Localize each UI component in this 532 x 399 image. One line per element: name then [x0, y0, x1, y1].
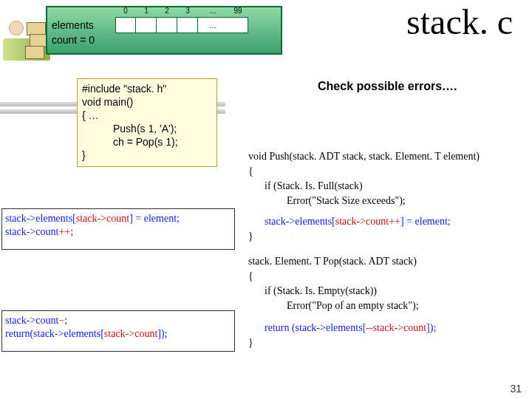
code-line: stack. Element. T Pop(stack. ADT stack) — [248, 254, 529, 269]
array-panel: 0 1 2 3 … 99 … elements count = 0 — [46, 6, 282, 55]
code-line: } — [248, 229, 529, 244]
array-cell-ellipsis: … — [198, 17, 228, 33]
array-index-last: 99 — [228, 7, 248, 16]
code-frag: stack->elements[ — [5, 213, 76, 224]
code-line: Error("Pop of an empty stack"); — [248, 299, 529, 313]
array-cells: … — [115, 17, 248, 33]
code-frag: return(stack->elements[ — [5, 328, 104, 339]
code-line: if (Stack. Is. Full(stack) — [248, 179, 529, 194]
code-frag: ; — [64, 315, 67, 326]
code-frag: ] = element; — [129, 213, 180, 224]
array-cell — [115, 17, 136, 33]
array-cell — [228, 17, 248, 33]
check-errors-heading: Check possible errors…. — [318, 80, 457, 93]
slide: 0 1 2 3 … 99 … elements count = 0 stack.… — [0, 0, 532, 399]
spacer — [248, 313, 529, 321]
code-line: } — [248, 335, 529, 350]
code-frag: ; — [70, 226, 73, 237]
array-cell — [177, 17, 198, 33]
pop-explain-box: stack->count−; return(stack->elements[st… — [1, 310, 235, 352]
code-line: } — [82, 149, 212, 162]
code-frag: ] = element; — [400, 216, 451, 227]
page-number: 31 — [510, 383, 522, 395]
code-frag: ++ — [58, 226, 70, 237]
code-frag: stack->count — [76, 213, 129, 224]
code-line: Error("Stack Size exceeds"); — [248, 194, 529, 208]
code-line: void main() — [82, 95, 212, 109]
array-index: 1 — [136, 7, 157, 16]
array-index: 3 — [177, 7, 198, 16]
page-title: stack. c — [406, 1, 513, 42]
array-cell — [157, 17, 177, 33]
array-index: 0 — [115, 7, 136, 16]
spacer — [248, 208, 529, 214]
code-line: Push(s 1, 'A'); — [82, 122, 212, 135]
code-frag: return (stack->elements[ — [265, 322, 366, 333]
code-line: { — [248, 164, 529, 179]
code-line: { — [248, 269, 529, 284]
code-line: ch = Pop(s 1); — [82, 135, 212, 149]
array-index-row: 0 1 2 3 … 99 — [115, 7, 248, 16]
label-elements: elements — [52, 19, 94, 31]
push-explain-box: stack->elements[stack->count] = element;… — [1, 208, 235, 250]
code-line: void Push(stack. ADT stack, stack. Eleme… — [248, 149, 529, 164]
code-line: return (stack->elements[--stack->count])… — [248, 321, 529, 335]
code-line: { … — [82, 109, 212, 122]
file-drawers-icon — [3, 16, 50, 62]
code-frag: stack->count — [5, 226, 58, 237]
code-frag: stack->count — [104, 328, 157, 339]
code-line: if (Stack. Is. Empty(stack)) — [248, 284, 529, 299]
array-index: 2 — [157, 7, 177, 16]
code-line: stack->elements[stack->count] = element; — [5, 212, 231, 225]
right-code-block: void Push(stack. ADT stack, stack. Eleme… — [248, 149, 529, 350]
code-line: stack->elements[stack->count++] = elemen… — [248, 214, 529, 229]
code-frag: stack->count — [5, 315, 58, 326]
main-code-box: #include "stack. h" void main() { … Push… — [77, 78, 217, 167]
array-index-ellipsis: … — [198, 7, 228, 16]
code-frag: --stack->count — [366, 322, 426, 333]
label-count: count = 0 — [52, 34, 95, 46]
array-cell — [136, 17, 157, 33]
code-line: stack->count++; — [5, 225, 231, 239]
code-line: #include "stack. h" — [82, 82, 212, 95]
code-frag: ]); — [157, 328, 167, 339]
code-line: return(stack->elements[stack->count]); — [5, 327, 231, 341]
code-frag: stack->count++ — [335, 216, 400, 227]
code-line: stack->count−; — [5, 314, 231, 327]
code-frag: stack->elements[ — [265, 216, 335, 227]
code-frag: ]); — [426, 322, 436, 333]
